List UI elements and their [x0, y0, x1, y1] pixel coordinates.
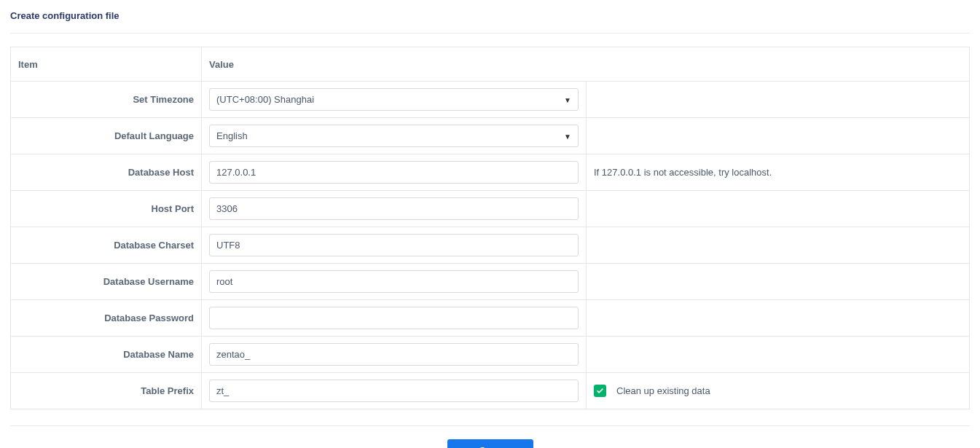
divider-top [10, 33, 970, 34]
config-table: Item Value Set Timezone (UTC+08:00) Shan… [10, 47, 970, 409]
label-dbname: Database Name [11, 337, 202, 373]
hint-dbcharset [587, 227, 970, 264]
save-button[interactable]: Save [447, 439, 533, 448]
check-icon [596, 387, 604, 395]
hint-dbuser [587, 264, 970, 300]
divider-bottom [10, 425, 970, 426]
label-dbhost: Database Host [11, 154, 202, 191]
label-timezone: Set Timezone [11, 82, 202, 118]
hint-language [587, 118, 970, 154]
label-dbuser: Database Username [11, 264, 202, 300]
label-dbport: Host Port [11, 191, 202, 227]
label-dbpass: Database Password [11, 300, 202, 337]
input-dbcharset[interactable] [209, 234, 579, 256]
hint-dbhost: If 127.0.0.1 is not accessible, try loca… [587, 154, 970, 191]
input-dbpass[interactable] [209, 307, 579, 329]
select-timezone[interactable]: (UTC+08:00) Shanghai [209, 88, 579, 111]
hint-dbport [587, 191, 970, 227]
checkbox-cleanup[interactable] [594, 385, 606, 397]
input-dbname[interactable] [209, 343, 579, 366]
page-title: Create configuration file [10, 10, 970, 21]
checkbox-cleanup-label: Clean up existing data [616, 385, 710, 396]
header-item: Item [11, 47, 202, 82]
header-value: Value [202, 47, 970, 82]
hint-timezone [587, 82, 970, 118]
label-dbcharset: Database Charset [11, 227, 202, 264]
label-language: Default Language [11, 118, 202, 154]
hint-dbname [587, 337, 970, 373]
input-prefix[interactable] [209, 380, 579, 402]
hint-dbpass [587, 300, 970, 337]
input-dbuser[interactable] [209, 270, 579, 293]
select-language[interactable]: English [209, 125, 579, 147]
input-dbhost[interactable] [209, 161, 579, 184]
input-dbport[interactable] [209, 197, 579, 220]
label-prefix: Table Prefix [11, 373, 202, 409]
